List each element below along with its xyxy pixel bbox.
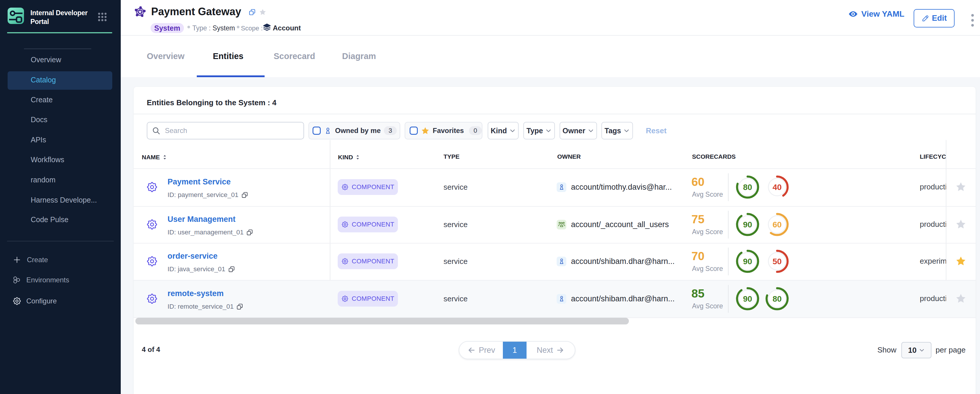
svg-text:50: 50	[772, 257, 781, 266]
svg-text:90: 90	[743, 257, 752, 266]
svg-text:40: 40	[772, 183, 781, 192]
svg-text:80: 80	[743, 183, 752, 192]
svg-text:60: 60	[772, 220, 781, 229]
svg-text:90: 90	[743, 294, 752, 303]
svg-text:90: 90	[743, 220, 752, 229]
svg-text:80: 80	[772, 294, 781, 303]
